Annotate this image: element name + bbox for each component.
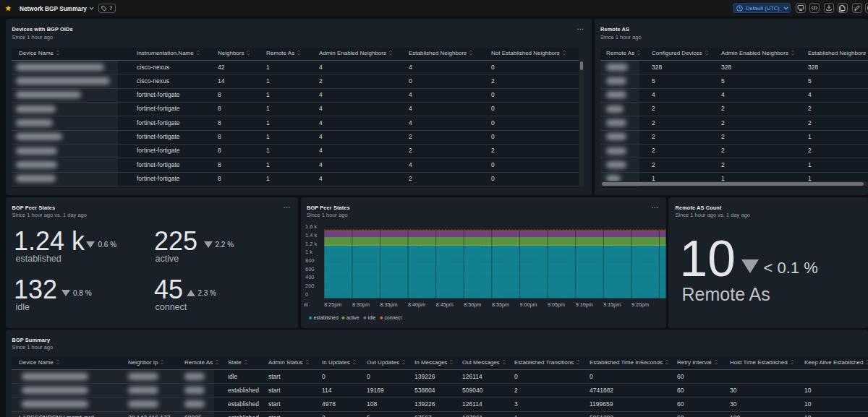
svg-text:0: 0 [305, 291, 308, 297]
svg-text:8:35pm: 8:35pm [380, 301, 397, 307]
svg-text:8:40pm: 8:40pm [408, 301, 425, 307]
svg-text:9:00pm: 9:00pm [519, 301, 537, 307]
svg-text:8:25pm: 8:25pm [324, 301, 341, 307]
svg-text:1.2 k: 1.2 k [305, 240, 318, 246]
svg-text:1.4 k: 1.4 k [305, 231, 318, 238]
svg-text:9:05pm: 9:05pm [548, 301, 565, 307]
svg-text:400: 400 [305, 274, 315, 280]
svg-text:connect: connect [384, 315, 401, 320]
svg-text:9:20pm: 9:20pm [631, 301, 648, 307]
svg-text:8:55pm: 8:55pm [491, 301, 509, 307]
svg-text:established: established [313, 315, 339, 320]
svg-text:9:15pm: 9:15pm [603, 301, 621, 307]
svg-text:600: 600 [305, 265, 315, 272]
svg-text:8:30pm: 8:30pm [352, 301, 369, 307]
svg-text:m: m [304, 301, 308, 307]
svg-text:8:45pm: 8:45pm [435, 301, 453, 307]
svg-text:800: 800 [305, 257, 315, 263]
svg-text:1 k: 1 k [305, 249, 312, 255]
svg-text:active: active [346, 315, 359, 320]
svg-text:9:10pm: 9:10pm [575, 301, 592, 307]
svg-text:200: 200 [305, 283, 315, 289]
svg-text:1.6 k: 1.6 k [305, 223, 318, 230]
svg-text:idle: idle [367, 315, 375, 320]
svg-text:8:50pm: 8:50pm [464, 301, 481, 307]
